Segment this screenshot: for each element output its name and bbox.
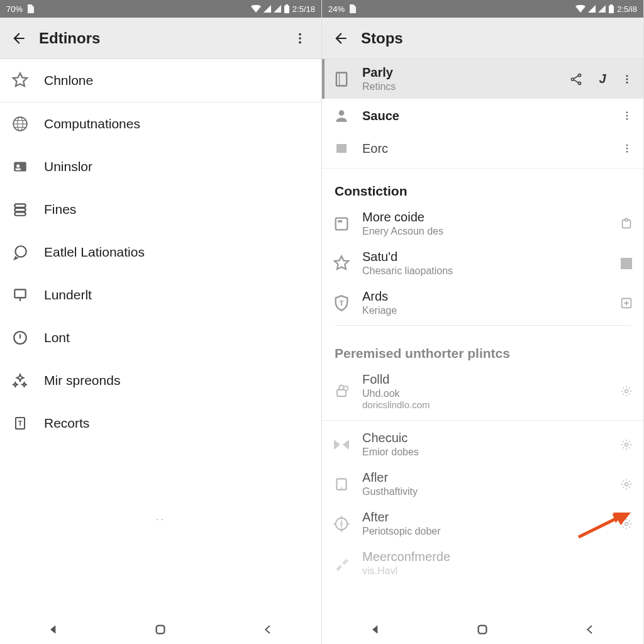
item-more-coide[interactable]: More coide Enery Acsoun des [322, 204, 643, 243]
clock-text: 2:5/i8 [617, 4, 637, 14]
svg-rect-16 [14, 289, 25, 297]
star-icon [11, 72, 29, 89]
item-ter: doricslindlo.com [362, 399, 608, 410]
stop-item-parly[interactable]: Parly Retincs J [322, 59, 643, 99]
menu-item-computnationes[interactable]: Computnationes [0, 103, 321, 145]
stop-item-eorc[interactable]: Eorc [322, 133, 643, 164]
left-pane: 70% 2:5/18 Edtinors [0, 0, 322, 644]
nav-home[interactable] [135, 617, 186, 642]
battery-text: 70% [6, 4, 23, 14]
menu-item-eatlel[interactable]: Eatlel Lationatios [0, 231, 321, 274]
more-vert-icon[interactable] [621, 108, 633, 124]
plus-box-icon[interactable] [619, 296, 633, 310]
svg-rect-13 [14, 204, 25, 207]
svg-point-63 [625, 522, 628, 525]
item-ards[interactable]: T Ards Keriage [322, 283, 643, 323]
nav-recent[interactable] [243, 617, 293, 642]
menu-item-fines[interactable]: Fines [0, 188, 321, 231]
menu-item-uninslor[interactable]: Uninslor [0, 145, 321, 188]
signal2-icon [598, 5, 606, 13]
svg-rect-14 [14, 208, 25, 211]
more-button[interactable] [287, 26, 313, 51]
menu-item-lunderlt[interactable]: Lunderlt [0, 274, 321, 316]
svg-rect-24 [610, 4, 613, 6]
share-icon[interactable] [568, 71, 584, 87]
item-title: Parly [362, 65, 557, 80]
item-title: Satu'd [362, 250, 608, 264]
svg-rect-22 [157, 626, 165, 634]
globe-icon [11, 115, 29, 133]
svg-rect-43 [336, 218, 348, 230]
more-vert-icon[interactable] [621, 140, 633, 157]
menu-item-label: Lunderlt [44, 287, 92, 303]
menu-item-label: Lont [44, 330, 70, 345]
divider [335, 325, 631, 326]
item-title: Ards [362, 289, 608, 304]
svg-rect-15 [14, 212, 25, 215]
svg-point-38 [626, 118, 628, 120]
item-sub: Retincs [362, 81, 557, 92]
gear-icon[interactable] [619, 517, 633, 531]
square-solid-icon[interactable] [619, 257, 633, 270]
signal-icon [588, 5, 596, 13]
menu-item-recorts[interactable]: T Recorts [0, 402, 321, 445]
menu-item-chnlone[interactable]: Chnlone [0, 59, 321, 102]
sim-icon [26, 4, 34, 13]
item-meerconfmerde[interactable]: Meerconfmerde vis.Havl [322, 543, 643, 583]
nav-recent[interactable] [565, 617, 615, 642]
gear-icon[interactable] [619, 477, 633, 491]
item-sub: vis.Havl [362, 565, 633, 577]
back-button[interactable] [328, 26, 353, 51]
back-button[interactable] [6, 26, 31, 51]
svg-rect-39 [336, 144, 347, 153]
item-title: Folld [362, 372, 608, 387]
svg-point-33 [626, 78, 628, 80]
svg-rect-25 [336, 72, 347, 86]
stop-item-sauce[interactable]: Sauce [322, 99, 643, 133]
nav-back[interactable] [350, 617, 401, 642]
puzzle-icon[interactable] [619, 217, 633, 231]
sim-icon [348, 4, 356, 13]
menu-item-lont[interactable]: Lont [0, 316, 321, 359]
nav-bar [322, 615, 643, 644]
sparkle-icon [11, 372, 29, 389]
section-heading-constiction: Constiction [322, 172, 643, 204]
svg-point-56 [341, 487, 342, 488]
item-sub: Keriage [362, 305, 608, 316]
item-folld[interactable]: Folld Uhd.ook doricslindlo.com [322, 366, 643, 416]
svg-point-2 [299, 33, 301, 35]
j-icon[interactable]: J [596, 71, 609, 87]
more-vert-icon[interactable] [621, 71, 633, 87]
battery-icon [608, 4, 614, 13]
svg-point-53 [625, 390, 628, 393]
item-after[interactable]: After Periotsopic dober [322, 504, 643, 543]
nav-home[interactable] [457, 617, 508, 642]
item-afler[interactable]: Afler Gusthaftivity [322, 464, 643, 504]
svg-line-30 [574, 75, 578, 79]
battery-text: 24% [328, 4, 345, 14]
item-sub: Uhd.ook [362, 388, 608, 399]
badge-icon [11, 158, 29, 175]
card-icon [332, 214, 351, 233]
svg-point-37 [626, 115, 628, 117]
gear-icon[interactable] [619, 384, 633, 398]
item-satud[interactable]: Satu'd Chesaric liaopations [322, 243, 643, 283]
svg-rect-1 [286, 4, 288, 6]
svg-point-29 [578, 82, 580, 84]
lock-icon [332, 382, 351, 401]
item-title: Meerconfmerde [362, 550, 633, 564]
svg-point-27 [578, 74, 580, 76]
svg-point-46 [625, 218, 628, 221]
item-title: Eorc [362, 142, 609, 156]
menu-item-mirspreonds[interactable]: Mir spreonds [0, 359, 321, 402]
svg-point-34 [626, 81, 628, 83]
doc-icon: T [11, 414, 29, 432]
gear-icon[interactable] [619, 438, 633, 452]
wifi-icon [251, 5, 261, 13]
svg-point-36 [626, 111, 628, 113]
item-checuic[interactable]: Checuic Emior dobes [322, 425, 643, 464]
square-icon [332, 139, 351, 158]
nav-back[interactable] [28, 617, 79, 642]
svg-point-11 [16, 164, 19, 167]
status-bar: 70% 2:5/18 [0, 0, 321, 18]
